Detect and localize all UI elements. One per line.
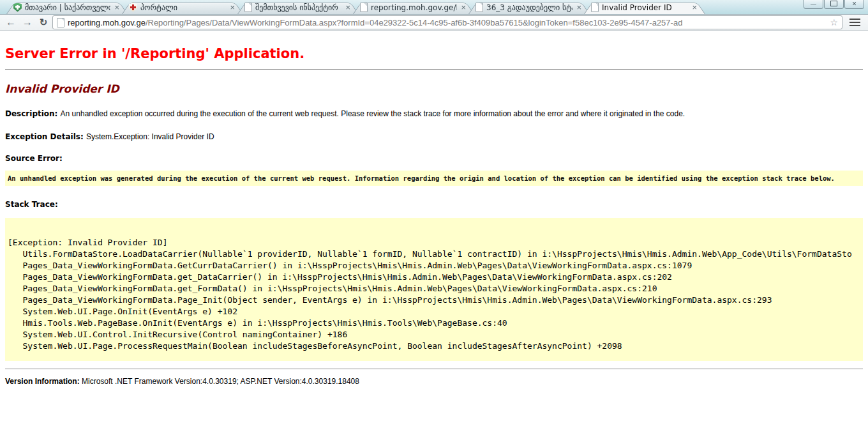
tab-portal[interactable]: პორტალი × [122, 1, 243, 14]
moh-shield-icon [13, 3, 22, 12]
tab-title: შემთხვევის ინსპექტირ [255, 3, 341, 12]
stack-frame: System.Web.UI.Page.OnInit(EventArgs e) +… [8, 306, 860, 317]
tab-close-icon[interactable]: × [691, 3, 698, 11]
exception-text: System.Exception: Invalid Provider ID [86, 132, 214, 141]
tab-strip: მთავარი | საქართველოს × პორტალი × შემთხვ… [0, 0, 868, 14]
error-subtitle: Invalid Provider ID [5, 82, 863, 95]
url-text: reporting.moh.gov.ge/Reporting/Pages/Dat… [68, 18, 827, 27]
version-information-line: Version Information: Microsoft .NET Fram… [5, 377, 863, 386]
stack-frame: Pages_Data_ViewWorkingFormData.get_DataC… [8, 271, 860, 283]
page-icon [57, 18, 64, 27]
exception-label: Exception Details: [5, 132, 86, 141]
description-label: Description: [5, 109, 61, 118]
tab-title: 36_3 გადაუდებელი სტა [486, 3, 572, 12]
url-domain: reporting.moh.gov.ge [68, 18, 146, 27]
stack-trace-line: Stack Trace: [5, 200, 863, 209]
exception-details-line: Exception Details: System.Exception: Inv… [5, 132, 863, 141]
tab-reporting[interactable]: reporting.moh.gov.ge/Re × [353, 1, 474, 14]
error-page: Server Error in '/Reporting' Application… [0, 46, 868, 386]
source-error-label: Source Error: [5, 154, 63, 163]
tab-moh-home[interactable]: მთავარი | საქართველოს × [6, 1, 128, 14]
source-error-box: An unhandled exception was generated dur… [5, 171, 863, 186]
browser-toolbar: ← → ↻ reporting.moh.gov.ge/Reporting/Pag… [0, 14, 868, 31]
close-window-button[interactable]: ✕ [844, 0, 864, 9]
tab-title: Invalid Provider ID [602, 3, 688, 12]
hamburger-icon [849, 19, 860, 20]
reload-button[interactable]: ↻ [37, 17, 50, 28]
stack-frame: Utils.FormDataStore.LoadDataCarrier(Null… [8, 248, 860, 260]
stack-frame: [Exception: Invalid Provider ID] [8, 237, 860, 248]
browser-window: მთავარი | საქართველოს × პორტალი × შემთხვ… [0, 0, 868, 428]
georgia-crest-icon [129, 3, 137, 12]
page-icon [591, 3, 599, 12]
address-bar[interactable]: reporting.moh.gov.ge/Reporting/Pages/Dat… [52, 15, 842, 29]
tab-title: პორტალი [140, 3, 226, 12]
version-text: Microsoft .NET Framework Version:4.0.303… [82, 377, 359, 386]
divider [5, 69, 863, 70]
maximize-icon [830, 1, 837, 6]
tab-title: reporting.moh.gov.ge/Re [371, 3, 457, 12]
maximize-button[interactable] [824, 0, 844, 9]
tab-close-icon[interactable]: × [345, 3, 351, 11]
source-error-line: Source Error: [5, 154, 863, 163]
tab-invalid-provider-id[interactable]: Invalid Provider ID × [584, 1, 705, 14]
stack-frame: Pages_Data_ViewWorkingFormData.Page_Init… [8, 294, 860, 306]
minimize-button[interactable]: — [804, 0, 823, 9]
bookmark-star-icon[interactable]: ☆ [830, 18, 838, 27]
tab-inspection[interactable]: შემთხვევის ინსპექტირ × [237, 1, 359, 14]
tab-title: მთავარი | საქართველოს [25, 3, 110, 12]
stack-frame: Pages_Data_ViewWorkingFormData.GetCurrDa… [8, 260, 860, 271]
description-line: Description: An unhandled exception occu… [5, 109, 863, 118]
stack-frame: Pages_Data_ViewWorkingFormData.get_FormD… [8, 283, 860, 294]
version-label: Version Information: [5, 377, 82, 386]
tab-36-3-stat[interactable]: 36_3 გადაუდებელი სტა × [468, 1, 590, 14]
stack-frame: System.Web.UI.Control.InitRecursive(Cont… [8, 329, 860, 340]
forward-button[interactable]: → [20, 17, 34, 27]
tab-close-icon[interactable]: × [114, 3, 120, 11]
window-controls: — ✕ [804, 0, 864, 9]
page-icon [360, 3, 368, 12]
description-text: An unhandled exception occurred during t… [61, 109, 685, 118]
page-icon [475, 3, 483, 12]
stack-frame: Hmis.Tools.Web.PageBase.OnInit(EventArgs… [8, 317, 860, 329]
stack-trace-box: [Exception: Invalid Provider ID] Utils.F… [5, 218, 863, 361]
page-icon [244, 3, 252, 12]
stack-frame: System.Web.UI.Page.ProcessRequestMain(Bo… [8, 340, 860, 352]
stack-trace-label: Stack Trace: [5, 200, 58, 209]
divider [5, 369, 863, 369]
menu-button[interactable] [845, 15, 864, 29]
back-button[interactable]: ← [4, 17, 18, 27]
url-path: /Reporting/Pages/Data/ViewWorkingFormDat… [146, 18, 682, 27]
tab-close-icon[interactable]: × [460, 3, 467, 11]
tab-close-icon[interactable]: × [576, 3, 582, 11]
tab-close-icon[interactable]: × [229, 3, 236, 11]
page-title: Server Error in '/Reporting' Application… [5, 46, 863, 61]
